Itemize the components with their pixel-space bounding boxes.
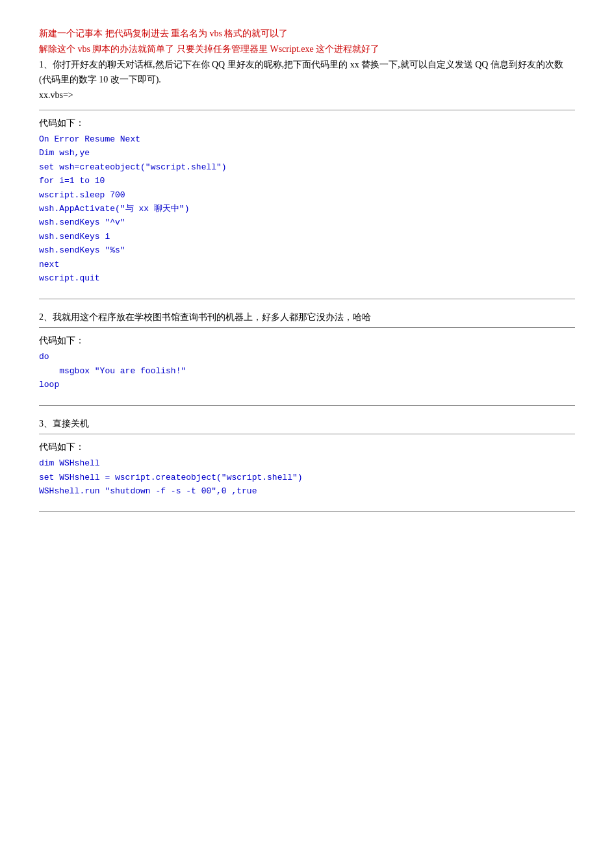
intro-line2: 解除这个 vbs 脚本的办法就简单了 只要关掉任务管理器里 Wscript.ex… [39, 42, 575, 57]
divider-0 [39, 110, 575, 110]
code-label-2: 代码如下： [39, 333, 575, 349]
intro-line3: 1、你打开好友的聊天对话框,然后记下在你 QQ 里好友的昵称,把下面代码里的 x… [39, 57, 575, 88]
code-block-1: On Error Resume Next Dim wsh,ye set wsh=… [39, 132, 575, 286]
divider-1 [39, 299, 575, 299]
intro-line4: xx.vbs=> [39, 88, 575, 103]
intro-line1: 新建一个记事本 把代码复制进去 重名名为 vbs 格式的就可以了 [39, 26, 575, 42]
divider-4 [39, 434, 575, 434]
code-label-1: 代码如下： [39, 116, 575, 131]
divider-3 [39, 405, 575, 406]
section-2: 2、我就用这个程序放在学校图书馆查询书刊的机器上，好多人都那它没办法，哈哈 代码… [39, 310, 575, 392]
code-block-2: do msgbox "You are foolish!" loop [39, 350, 575, 391]
section-title-2: 2、我就用这个程序放在学校图书馆查询书刊的机器上，好多人都那它没办法，哈哈 [39, 310, 575, 325]
code-block-3: dim WSHshell set WSHshell = wscript.crea… [39, 456, 575, 498]
code-label-3: 代码如下： [39, 440, 575, 455]
section-title-3: 3、直接关机 [39, 416, 575, 432]
section-3: 3、直接关机 代码如下： dim WSHshell set WSHshell =… [39, 416, 575, 499]
divider-2 [39, 327, 575, 328]
divider-5 [39, 511, 575, 512]
section-1: 代码如下： On Error Resume Next Dim wsh,ye se… [39, 116, 575, 286]
intro-section: 新建一个记事本 把代码复制进去 重名名为 vbs 格式的就可以了 解除这个 vb… [39, 26, 575, 103]
